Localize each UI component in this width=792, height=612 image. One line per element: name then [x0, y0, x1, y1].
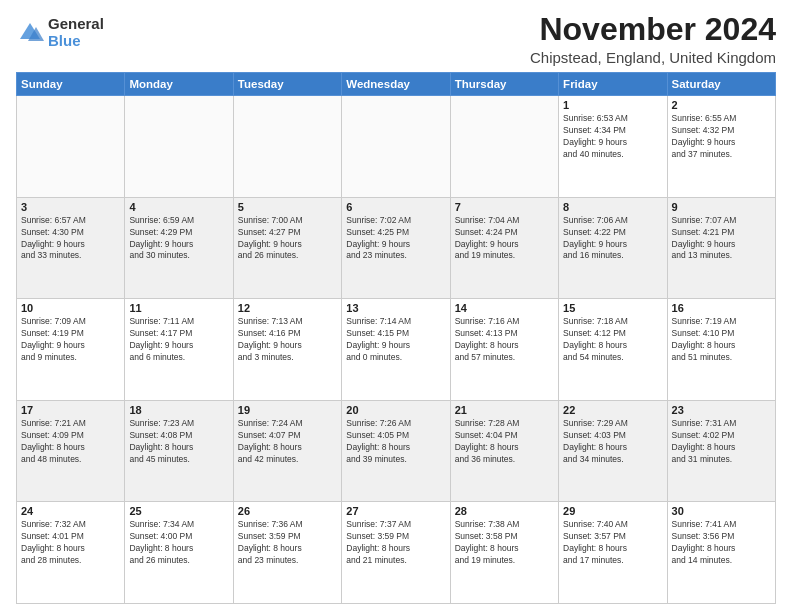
day-number: 28	[455, 505, 554, 517]
calendar-day-cell: 4Sunrise: 6:59 AM Sunset: 4:29 PM Daylig…	[125, 197, 233, 299]
calendar-day-cell: 18Sunrise: 7:23 AM Sunset: 4:08 PM Dayli…	[125, 400, 233, 502]
calendar-day-cell	[17, 96, 125, 198]
day-number: 21	[455, 404, 554, 416]
calendar-week-row: 3Sunrise: 6:57 AM Sunset: 4:30 PM Daylig…	[17, 197, 776, 299]
day-info: Sunrise: 7:19 AM Sunset: 4:10 PM Dayligh…	[672, 316, 771, 364]
calendar-day-cell	[233, 96, 341, 198]
day-number: 10	[21, 302, 120, 314]
calendar-day-cell: 15Sunrise: 7:18 AM Sunset: 4:12 PM Dayli…	[559, 299, 667, 401]
day-info: Sunrise: 7:11 AM Sunset: 4:17 PM Dayligh…	[129, 316, 228, 364]
calendar-day-cell: 12Sunrise: 7:13 AM Sunset: 4:16 PM Dayli…	[233, 299, 341, 401]
day-info: Sunrise: 7:04 AM Sunset: 4:24 PM Dayligh…	[455, 215, 554, 263]
page-header: General Blue November 2024 Chipstead, En…	[16, 12, 776, 66]
day-number: 18	[129, 404, 228, 416]
calendar-week-row: 24Sunrise: 7:32 AM Sunset: 4:01 PM Dayli…	[17, 502, 776, 604]
day-number: 20	[346, 404, 445, 416]
calendar-day-cell: 6Sunrise: 7:02 AM Sunset: 4:25 PM Daylig…	[342, 197, 450, 299]
day-number: 25	[129, 505, 228, 517]
calendar-day-cell: 17Sunrise: 7:21 AM Sunset: 4:09 PM Dayli…	[17, 400, 125, 502]
calendar-day-cell: 3Sunrise: 6:57 AM Sunset: 4:30 PM Daylig…	[17, 197, 125, 299]
calendar-day-cell: 2Sunrise: 6:55 AM Sunset: 4:32 PM Daylig…	[667, 96, 775, 198]
calendar-day-cell: 5Sunrise: 7:00 AM Sunset: 4:27 PM Daylig…	[233, 197, 341, 299]
calendar-day-cell: 16Sunrise: 7:19 AM Sunset: 4:10 PM Dayli…	[667, 299, 775, 401]
calendar-day-cell: 29Sunrise: 7:40 AM Sunset: 3:57 PM Dayli…	[559, 502, 667, 604]
calendar-day-cell: 24Sunrise: 7:32 AM Sunset: 4:01 PM Dayli…	[17, 502, 125, 604]
calendar-day-cell: 1Sunrise: 6:53 AM Sunset: 4:34 PM Daylig…	[559, 96, 667, 198]
day-info: Sunrise: 7:23 AM Sunset: 4:08 PM Dayligh…	[129, 418, 228, 466]
day-number: 12	[238, 302, 337, 314]
day-number: 16	[672, 302, 771, 314]
day-info: Sunrise: 7:07 AM Sunset: 4:21 PM Dayligh…	[672, 215, 771, 263]
day-number: 7	[455, 201, 554, 213]
calendar-day-cell: 13Sunrise: 7:14 AM Sunset: 4:15 PM Dayli…	[342, 299, 450, 401]
day-number: 19	[238, 404, 337, 416]
calendar-day-cell: 20Sunrise: 7:26 AM Sunset: 4:05 PM Dayli…	[342, 400, 450, 502]
day-number: 15	[563, 302, 662, 314]
calendar-day-cell: 9Sunrise: 7:07 AM Sunset: 4:21 PM Daylig…	[667, 197, 775, 299]
header-saturday: Saturday	[667, 73, 775, 96]
calendar-day-cell: 22Sunrise: 7:29 AM Sunset: 4:03 PM Dayli…	[559, 400, 667, 502]
calendar-header-row: Sunday Monday Tuesday Wednesday Thursday…	[17, 73, 776, 96]
day-number: 9	[672, 201, 771, 213]
day-number: 30	[672, 505, 771, 517]
header-monday: Monday	[125, 73, 233, 96]
day-number: 3	[21, 201, 120, 213]
header-tuesday: Tuesday	[233, 73, 341, 96]
day-info: Sunrise: 7:18 AM Sunset: 4:12 PM Dayligh…	[563, 316, 662, 364]
day-number: 13	[346, 302, 445, 314]
header-sunday: Sunday	[17, 73, 125, 96]
day-number: 17	[21, 404, 120, 416]
day-info: Sunrise: 7:26 AM Sunset: 4:05 PM Dayligh…	[346, 418, 445, 466]
day-number: 26	[238, 505, 337, 517]
day-info: Sunrise: 7:34 AM Sunset: 4:00 PM Dayligh…	[129, 519, 228, 567]
calendar-day-cell: 28Sunrise: 7:38 AM Sunset: 3:58 PM Dayli…	[450, 502, 558, 604]
day-info: Sunrise: 7:00 AM Sunset: 4:27 PM Dayligh…	[238, 215, 337, 263]
day-info: Sunrise: 7:13 AM Sunset: 4:16 PM Dayligh…	[238, 316, 337, 364]
calendar-title: November 2024	[530, 12, 776, 47]
day-number: 2	[672, 99, 771, 111]
calendar-day-cell	[342, 96, 450, 198]
header-thursday: Thursday	[450, 73, 558, 96]
calendar-day-cell	[450, 96, 558, 198]
day-info: Sunrise: 7:40 AM Sunset: 3:57 PM Dayligh…	[563, 519, 662, 567]
calendar-day-cell: 27Sunrise: 7:37 AM Sunset: 3:59 PM Dayli…	[342, 502, 450, 604]
day-number: 4	[129, 201, 228, 213]
day-info: Sunrise: 7:24 AM Sunset: 4:07 PM Dayligh…	[238, 418, 337, 466]
day-number: 5	[238, 201, 337, 213]
day-number: 24	[21, 505, 120, 517]
calendar-day-cell: 11Sunrise: 7:11 AM Sunset: 4:17 PM Dayli…	[125, 299, 233, 401]
calendar-day-cell: 26Sunrise: 7:36 AM Sunset: 3:59 PM Dayli…	[233, 502, 341, 604]
calendar-day-cell: 19Sunrise: 7:24 AM Sunset: 4:07 PM Dayli…	[233, 400, 341, 502]
calendar-week-row: 1Sunrise: 6:53 AM Sunset: 4:34 PM Daylig…	[17, 96, 776, 198]
day-info: Sunrise: 6:53 AM Sunset: 4:34 PM Dayligh…	[563, 113, 662, 161]
calendar-day-cell: 23Sunrise: 7:31 AM Sunset: 4:02 PM Dayli…	[667, 400, 775, 502]
day-number: 22	[563, 404, 662, 416]
day-info: Sunrise: 6:59 AM Sunset: 4:29 PM Dayligh…	[129, 215, 228, 263]
day-info: Sunrise: 7:31 AM Sunset: 4:02 PM Dayligh…	[672, 418, 771, 466]
day-info: Sunrise: 7:32 AM Sunset: 4:01 PM Dayligh…	[21, 519, 120, 567]
calendar-day-cell	[125, 96, 233, 198]
calendar-day-cell: 30Sunrise: 7:41 AM Sunset: 3:56 PM Dayli…	[667, 502, 775, 604]
day-info: Sunrise: 7:14 AM Sunset: 4:15 PM Dayligh…	[346, 316, 445, 364]
calendar-day-cell: 8Sunrise: 7:06 AM Sunset: 4:22 PM Daylig…	[559, 197, 667, 299]
calendar-subtitle: Chipstead, England, United Kingdom	[530, 49, 776, 66]
day-number: 8	[563, 201, 662, 213]
day-info: Sunrise: 7:06 AM Sunset: 4:22 PM Dayligh…	[563, 215, 662, 263]
day-info: Sunrise: 7:02 AM Sunset: 4:25 PM Dayligh…	[346, 215, 445, 263]
day-number: 23	[672, 404, 771, 416]
calendar-day-cell: 7Sunrise: 7:04 AM Sunset: 4:24 PM Daylig…	[450, 197, 558, 299]
day-info: Sunrise: 7:41 AM Sunset: 3:56 PM Dayligh…	[672, 519, 771, 567]
day-number: 11	[129, 302, 228, 314]
calendar-table: Sunday Monday Tuesday Wednesday Thursday…	[16, 72, 776, 604]
calendar-day-cell: 14Sunrise: 7:16 AM Sunset: 4:13 PM Dayli…	[450, 299, 558, 401]
header-wednesday: Wednesday	[342, 73, 450, 96]
day-info: Sunrise: 6:57 AM Sunset: 4:30 PM Dayligh…	[21, 215, 120, 263]
day-number: 27	[346, 505, 445, 517]
day-info: Sunrise: 7:09 AM Sunset: 4:19 PM Dayligh…	[21, 316, 120, 364]
header-friday: Friday	[559, 73, 667, 96]
calendar-day-cell: 25Sunrise: 7:34 AM Sunset: 4:00 PM Dayli…	[125, 502, 233, 604]
logo-general-text: General	[48, 16, 104, 33]
day-info: Sunrise: 7:36 AM Sunset: 3:59 PM Dayligh…	[238, 519, 337, 567]
day-number: 6	[346, 201, 445, 213]
calendar-week-row: 10Sunrise: 7:09 AM Sunset: 4:19 PM Dayli…	[17, 299, 776, 401]
